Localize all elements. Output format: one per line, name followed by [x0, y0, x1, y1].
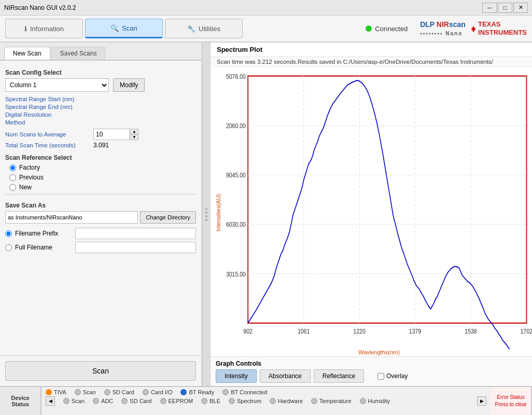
indicator-scan-2: Scan — [63, 398, 85, 404]
overlay-checkbox[interactable] — [377, 373, 384, 380]
filename-full-radio[interactable] — [5, 244, 12, 251]
modify-button[interactable]: Modify — [113, 78, 145, 92]
tab-saved-scans[interactable]: Saved Scans — [51, 47, 106, 60]
num-scans-input[interactable]: 10 — [93, 129, 130, 140]
svg-text:12060.00: 12060.00 — [226, 122, 246, 129]
filename-prefix-row[interactable]: Filename Prefix — [5, 228, 196, 239]
svg-text:9045.00: 9045.00 — [226, 172, 246, 178]
svg-text:15076.00: 15076.00 — [226, 73, 246, 80]
spectrum-title: Spectrum Plot — [211, 43, 532, 57]
scan-button[interactable]: Scan — [5, 361, 196, 381]
navbar: ℹ Information 🔍 Scan 🔧 Utilities Connect… — [0, 16, 532, 43]
method-row: Method — [5, 119, 196, 126]
indicator-temperature: Temperature — [311, 398, 352, 404]
scan-button-wrapper: Scan — [0, 355, 201, 386]
panel-tab-bar: New Scan Saved Scans — [0, 43, 201, 61]
tab-information-label: Information — [30, 25, 64, 33]
logo-area: DLP NIRscan ▪▪▪▪▪▪▪▪ Nano ♦ TEXASINSTRUM… — [420, 20, 527, 37]
indicator-tiva: TIVA — [46, 389, 66, 395]
svg-text:1702: 1702 — [521, 328, 532, 335]
reference-new-label: New — [19, 184, 32, 191]
filename-prefix-label: Filename Prefix — [15, 230, 72, 237]
digital-resolution-row: Digital Resolution — [5, 112, 196, 118]
scan-label-2: Scan — [72, 398, 85, 404]
ti-logo: ♦ TEXASINSTRUMENTS — [471, 20, 527, 36]
config-select[interactable]: Column 1 — [5, 78, 109, 92]
scroll-right-btn[interactable]: ▶ — [477, 396, 486, 406]
save-scan-label: Save Scan As — [5, 202, 196, 209]
indicator-scan-1: Scan — [75, 389, 96, 395]
graph-controls-label: Graph Controls — [216, 360, 527, 367]
information-icon: ℹ — [24, 25, 27, 33]
adc-label: ADC — [101, 398, 113, 404]
btready-label: BT Ready — [189, 389, 214, 395]
indicator-cardio: Card I/O — [143, 389, 173, 395]
app-title: NIRscan Nano GUI v2.0.2 — [4, 4, 76, 11]
spin-down[interactable]: ▼ — [130, 134, 138, 140]
graph-controls: Graph Controls Intensity Absorbance Refl… — [211, 356, 532, 386]
change-directory-button[interactable]: Change Directory — [140, 211, 196, 224]
sdcard-label-2: SD Card — [130, 398, 151, 404]
close-button[interactable]: ✕ — [513, 3, 528, 13]
tab-new-scan[interactable]: New Scan — [4, 47, 50, 60]
total-scan-time-label: Total Scan Time (seconds) — [5, 142, 93, 148]
reference-factory[interactable]: Factory — [9, 164, 192, 171]
scan-tab-icon: 🔍 — [110, 24, 119, 32]
status-bar: Device Status TIVA Scan SD Card Card I/O — [0, 386, 532, 415]
right-panel: Spectrum Plot Scan time was 3.212 second… — [211, 43, 532, 386]
indicator-hardware: Hardware — [270, 398, 303, 404]
spectrum-dot — [229, 398, 235, 404]
svg-text:1220: 1220 — [353, 328, 365, 335]
svg-text:1538: 1538 — [465, 328, 477, 335]
error-status[interactable]: Error StatusPress to clear — [491, 387, 532, 415]
sdcard-label-1: SD Card — [113, 389, 134, 395]
svg-text:6030.00: 6030.00 — [226, 222, 246, 228]
reference-factory-radio[interactable] — [9, 164, 16, 171]
graph-btn-intensity[interactable]: Intensity — [216, 369, 257, 383]
humidity-dot — [360, 398, 366, 404]
cardio-label: Card I/O — [151, 389, 173, 395]
graph-btn-absorbance[interactable]: Absorbance — [260, 369, 311, 383]
config-select-row: Column 1 Modify — [5, 78, 196, 92]
ble-label: BLE — [209, 398, 220, 404]
panel-content: Scan Config Select Column 1 Modify Spect… — [0, 61, 201, 355]
panel-divider[interactable] — [202, 43, 211, 386]
cardio-dot — [143, 389, 149, 395]
reference-previous[interactable]: Previous — [9, 174, 192, 181]
method-label: Method — [5, 119, 93, 126]
filename-full-row[interactable]: Full Filename — [5, 242, 196, 253]
indicator-adc: ADC — [93, 398, 113, 404]
minimize-button[interactable]: ─ — [482, 3, 497, 13]
directory-input[interactable]: as Instruments/NIRscanNano — [5, 211, 138, 224]
filename-prefix-input[interactable] — [75, 228, 196, 239]
spin-up[interactable]: ▲ — [130, 129, 138, 134]
error-status-text: Error StatusPress to clear — [495, 394, 526, 408]
spectral-range-start-label: Spectral Range Start (nm) — [5, 96, 93, 102]
chart-container: Intensities(AU) — [211, 67, 532, 356]
connection-label: Connected — [375, 25, 408, 33]
overlay-checkbox-label[interactable]: Overlay — [377, 372, 408, 380]
graph-btn-reflectance[interactable]: Reflectance — [314, 369, 364, 383]
scroll-left-btn[interactable]: ◀ — [46, 396, 55, 406]
main-area: New Scan Saved Scans Scan Config Select … — [0, 43, 532, 386]
tab-scan[interactable]: 🔍 Scan — [85, 19, 163, 38]
maximize-button[interactable]: □ — [498, 3, 512, 13]
indicator-spectrum: Spectrum — [229, 398, 261, 404]
reference-new-radio[interactable] — [9, 184, 16, 191]
nir-logo: DLP NIRscan ▪▪▪▪▪▪▪▪ Nano — [420, 20, 466, 37]
filename-prefix-radio[interactable] — [5, 230, 12, 237]
connection-dot — [366, 25, 372, 32]
tab-information[interactable]: ℹ Information — [5, 19, 83, 38]
chart-area: 15076.00 12060.00 9045.00 6030.00 3015.0… — [226, 70, 532, 356]
hardware-label: Hardware — [278, 398, 303, 404]
num-scans-spinner[interactable]: 10 ▲ ▼ — [93, 129, 138, 140]
tab-utilities[interactable]: 🔧 Utilities — [165, 19, 243, 38]
num-scans-label: Num Scans to Average — [5, 131, 93, 137]
reference-previous-radio[interactable] — [9, 174, 16, 181]
eeprom-dot — [160, 398, 166, 404]
filename-full-input[interactable] — [75, 242, 196, 253]
svg-text:902: 902 — [243, 328, 253, 335]
reference-new[interactable]: New — [9, 184, 192, 191]
scan-dot-1 — [75, 389, 81, 395]
hardware-dot — [270, 398, 276, 404]
